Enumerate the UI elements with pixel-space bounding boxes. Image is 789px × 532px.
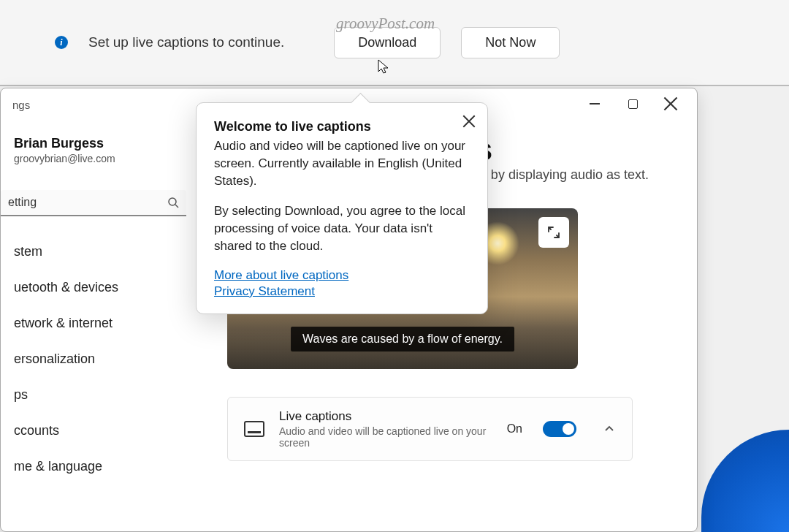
live-captions-toggle[interactable] <box>543 421 576 437</box>
setting-sublabel: Audio and video will be captioned live o… <box>279 425 492 449</box>
nav-item-network[interactable]: etwork & internet <box>1 305 198 341</box>
search-field[interactable] <box>8 196 153 209</box>
watermark: groovyPost.com <box>336 15 435 33</box>
nav-item-system[interactable]: stem <box>1 234 198 270</box>
expand-button[interactable] <box>538 217 569 248</box>
popup-links: More about live captions Privacy Stateme… <box>214 268 470 299</box>
welcome-popup: Welcome to live captions Audio and video… <box>196 102 488 314</box>
notification-text: Set up live captions to continue. <box>88 34 284 50</box>
popup-body: Audio and video will be captioned live o… <box>214 137 470 255</box>
popup-paragraph-2: By selecting Download, you agree to the … <box>214 202 470 254</box>
popup-title: Welcome to live captions <box>214 119 470 134</box>
background-shape <box>701 430 789 532</box>
setting-text: Live captions Audio and video will be ca… <box>279 409 492 449</box>
popup-paragraph-1: Audio and video will be captioned live o… <box>214 137 470 189</box>
nav-item-personalization[interactable]: ersonalization <box>1 341 198 377</box>
toggle-state: On <box>507 422 522 436</box>
search-icon <box>167 197 179 208</box>
nav-item-accounts[interactable]: ccounts <box>1 413 198 449</box>
setting-label: Live captions <box>279 409 492 424</box>
privacy-link[interactable]: Privacy Statement <box>214 284 470 299</box>
captions-icon <box>244 421 264 437</box>
more-about-link[interactable]: More about live captions <box>214 268 470 283</box>
notification-bar: i Set up live captions to continue. Down… <box>0 0 789 86</box>
nav-item-bluetooth[interactable]: uetooth & devices <box>1 270 198 305</box>
close-button[interactable] <box>663 96 678 111</box>
page-description: nd by displaying audio as text. <box>473 167 649 182</box>
cursor-icon <box>377 58 392 76</box>
maximize-button[interactable] <box>625 96 640 111</box>
nav-item-apps[interactable]: ps <box>1 377 198 413</box>
nav-list: stem uetooth & devices etwork & internet… <box>1 234 198 484</box>
popup-close-button[interactable] <box>462 115 476 128</box>
sidebar: Brian Burgess groovybrian@live.com stem … <box>1 121 198 531</box>
expand-icon <box>546 225 561 240</box>
chevron-up-icon[interactable] <box>603 422 616 436</box>
nav-item-time-language[interactable]: me & language <box>1 449 198 484</box>
info-icon: i <box>55 36 68 49</box>
search-input[interactable] <box>1 190 186 216</box>
not-now-button[interactable]: Not Now <box>461 27 560 58</box>
svg-point-0 <box>169 198 176 205</box>
minimize-button[interactable] <box>587 96 602 111</box>
user-name: Brian Burgess <box>1 136 198 151</box>
window-title: ngs <box>12 96 30 111</box>
titlebar-controls <box>587 96 678 111</box>
user-email: groovybrian@live.com <box>1 153 198 164</box>
caption-overlay: Waves are caused by a flow of energy. <box>291 327 514 352</box>
live-captions-setting[interactable]: Live captions Audio and video will be ca… <box>227 397 633 461</box>
